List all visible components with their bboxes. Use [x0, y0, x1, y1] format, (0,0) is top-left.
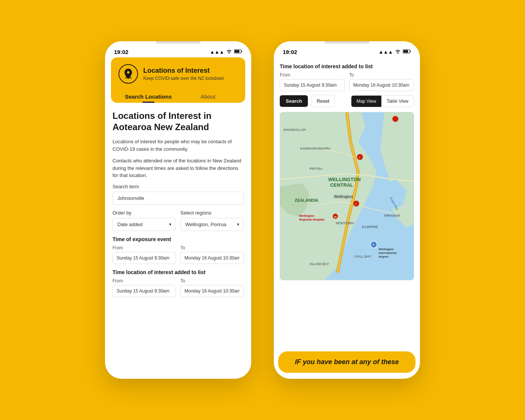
notch-right — [324, 41, 369, 44]
time-left: 19:02 — [114, 49, 128, 55]
tab-about[interactable]: About — [178, 90, 238, 103]
svg-text:Wellington: Wellington — [299, 214, 315, 218]
right-from-input[interactable] — [280, 79, 345, 91]
battery-icon — [234, 49, 242, 55]
exposure-from-input[interactable] — [112, 252, 176, 264]
added-to-label: To — [180, 278, 244, 284]
svg-text:KILBIRNIE: KILBIRNIE — [362, 225, 378, 229]
reset-button[interactable]: Reset — [311, 95, 335, 107]
svg-text:KHANDALLAH: KHANDALLAH — [284, 128, 306, 132]
svg-rect-2 — [242, 51, 242, 52]
exposure-section-title: Time of exposure event — [112, 236, 244, 242]
right-from-label: From — [280, 72, 345, 78]
status-icons-right: ▲▲▲ — [378, 49, 411, 55]
app-title: Locations of Interest — [143, 67, 224, 75]
desc-text-1: Locations of interest for people who may… — [112, 138, 244, 153]
time-right: 19:02 — [283, 49, 297, 55]
svg-text:Regional Hospital: Regional Hospital — [299, 218, 324, 221]
status-bar-right: 19:02 ▲▲▲ — [274, 44, 420, 57]
map-svg: ZEALANDIA WELLINGTON CENTRAL Wellington … — [280, 112, 414, 280]
page-title-left: Locations of Interest in Aotearoa New Ze… — [112, 110, 244, 133]
phone-content-left: Locations of Interest in Aotearoa New Ze… — [105, 103, 251, 379]
search-term-input[interactable] — [112, 192, 244, 205]
svg-text:Wellington: Wellington — [334, 194, 353, 199]
phone-content-right: Time location of interest added to list … — [274, 57, 420, 347]
exposure-to-label: To — [180, 245, 244, 250]
battery-icon-right — [403, 49, 411, 55]
map-view[interactable]: ZEALANDIA WELLINGTON CENTRAL Wellington … — [280, 112, 414, 280]
left-phone: 19:02 ▲▲▲ Locations of Interest Keep COV… — [105, 41, 251, 379]
svg-rect-6 — [410, 51, 411, 52]
svg-text:!: ! — [356, 203, 356, 206]
svg-text:ISLAND BAY: ISLAND BAY — [310, 262, 329, 266]
tab-search-locations[interactable]: Search Locations — [118, 90, 178, 103]
added-from-input[interactable] — [112, 285, 176, 297]
svg-text:Wellington: Wellington — [379, 248, 394, 251]
wifi-icon — [226, 49, 232, 55]
signal-icon: ▲▲▲ — [210, 49, 224, 55]
right-to-input[interactable] — [349, 79, 414, 91]
svg-text:Airport: Airport — [379, 255, 389, 258]
right-phone: 19:02 ▲▲▲ Time location of interest adde… — [274, 41, 420, 379]
added-from-label: From — [112, 278, 176, 284]
notch — [156, 41, 201, 44]
desc-text-2: Contacts who attended one of the locatio… — [112, 157, 244, 179]
svg-text:LYALL BAY: LYALL BAY — [354, 255, 371, 258]
header-card: Locations of Interest Keep COVID-safe ov… — [111, 57, 245, 103]
signal-icon-right: ▲▲▲ — [378, 49, 393, 55]
search-term-label: Search term — [112, 184, 244, 189]
added-section-title: Time location of interest added to list — [112, 269, 244, 275]
svg-text:MIRAMAR: MIRAMAR — [384, 214, 400, 218]
exposure-from-label: From — [112, 245, 176, 250]
location-pin-icon — [118, 64, 138, 84]
svg-text:H: H — [334, 215, 336, 219]
svg-rect-1 — [235, 50, 240, 53]
order-by-label: Order by — [112, 210, 176, 216]
right-added-section-title: Time location of interest added to list — [280, 63, 414, 69]
wifi-icon-right — [395, 49, 401, 55]
select-regions-label: Select regions — [180, 210, 244, 216]
svg-text:International: International — [379, 251, 397, 255]
svg-text:!: ! — [359, 156, 360, 159]
bottom-banner[interactable]: IF you have been at any of these — [278, 351, 416, 373]
status-bar-left: 19:02 ▲▲▲ — [105, 44, 251, 57]
search-bar-row: Search Reset Map View Table View — [280, 95, 414, 107]
svg-text:ZEALANDIA: ZEALANDIA — [295, 198, 318, 202]
svg-text:CENTRAL: CENTRAL — [330, 182, 353, 188]
order-by-select-wrapper: Date added ▼ — [112, 218, 176, 231]
status-icons-left: ▲▲▲ — [210, 49, 242, 55]
svg-text:+: + — [372, 243, 374, 247]
table-view-button[interactable]: Table View — [381, 96, 414, 107]
svg-text:PIPITEA: PIPITEA — [310, 167, 322, 171]
svg-text:WELLINGTON: WELLINGTON — [328, 177, 361, 182]
select-regions-select[interactable]: Wellington, Porirua — [180, 218, 244, 231]
app-subtitle: Keep COVID-safe over the NZ lockdown — [143, 76, 224, 81]
right-to-label: To — [349, 72, 414, 78]
map-view-button[interactable]: Map View — [351, 96, 381, 107]
nav-tabs: Search Locations About — [118, 90, 238, 103]
exposure-to-input[interactable] — [180, 252, 244, 264]
view-toggle: Map View Table View — [351, 95, 414, 107]
svg-text:KAIWHARAWHARA: KAIWHARAWHARA — [300, 147, 331, 150]
bottom-banner-text: IF you have been at any of these — [295, 358, 399, 366]
svg-rect-5 — [404, 50, 408, 53]
added-to-input[interactable] — [180, 285, 244, 297]
order-by-select[interactable]: Date added — [112, 218, 176, 231]
select-regions-wrapper: Wellington, Porirua ▼ — [180, 218, 244, 231]
search-button[interactable]: Search — [280, 95, 308, 107]
right-time-section: From To — [280, 72, 414, 91]
svg-text:NEWTOWN: NEWTOWN — [336, 221, 354, 225]
